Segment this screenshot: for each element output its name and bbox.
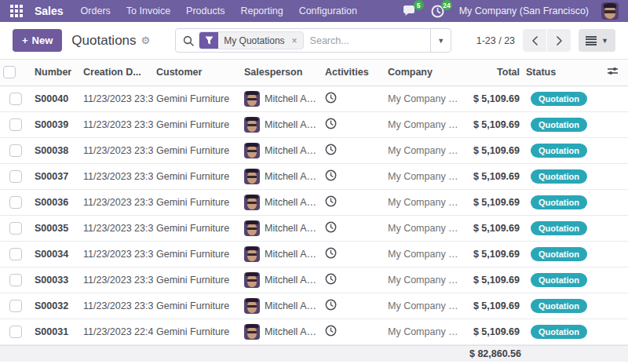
table-row[interactable]: S00039 11/23/2023 23:34:1 Gemini Furnitu… (0, 111, 628, 137)
row-creation-date: 11/23/2023 23:34:0 (80, 163, 153, 189)
row-salesperson: Mitchell Ad... (265, 300, 319, 311)
salesperson-avatar (244, 117, 260, 133)
messages-count-badge: 5 (414, 0, 424, 10)
row-company: My Company (S... (385, 137, 463, 163)
user-avatar[interactable] (601, 2, 619, 20)
activity-clock-icon[interactable] (325, 118, 337, 129)
activity-clock-icon[interactable] (325, 221, 337, 233)
row-checkbox[interactable] (9, 274, 22, 286)
activities-button[interactable]: 24 (431, 4, 447, 18)
activity-clock-icon[interactable] (325, 247, 337, 259)
activity-clock-icon[interactable] (325, 92, 337, 104)
facet-close-icon[interactable]: × (290, 32, 303, 49)
row-number: S00032 (31, 293, 80, 318)
header-salesperson[interactable]: Salesperson (241, 60, 322, 86)
row-creation-date: 11/23/2023 23:34:0 (80, 267, 153, 293)
row-creation-date: 11/23/2023 23:34:0 (80, 215, 153, 241)
row-number: S00034 (31, 241, 80, 267)
activity-clock-icon[interactable] (325, 195, 337, 207)
row-company: My Company (S... (385, 86, 463, 111)
row-creation-date: 11/23/2023 23:34:0 (80, 293, 153, 318)
new-button-label: New (32, 35, 53, 46)
select-all-checkbox[interactable] (3, 66, 16, 78)
status-badge: Quotation (531, 144, 587, 158)
top-navbar: Sales Orders To Invoice Products Reporti… (0, 0, 628, 22)
activity-clock-icon[interactable] (325, 299, 337, 311)
row-total: $ 5,109.69 (463, 189, 523, 215)
gear-icon[interactable]: ⚙ (141, 35, 151, 46)
status-badge: Quotation (531, 325, 587, 339)
row-customer: Gemini Furniture (153, 241, 241, 267)
header-company[interactable]: Company (385, 60, 463, 86)
search-bar[interactable]: My Quotations × ▼ (175, 28, 451, 53)
row-salesperson: Mitchell Ad... (265, 145, 319, 156)
chevron-right-icon (556, 36, 563, 46)
header-total[interactable]: Total (463, 60, 523, 86)
row-number: S00035 (31, 215, 80, 241)
menu-configuration[interactable]: Configuration (291, 0, 365, 22)
table-row[interactable]: S00031 11/23/2023 22:45:4 Gemini Furnitu… (0, 318, 628, 344)
header-number[interactable]: Number (31, 60, 80, 86)
search-facet-my-quotations[interactable]: My Quotations × (199, 31, 303, 49)
header-activities[interactable]: Activities (322, 60, 385, 86)
row-number: S00040 (31, 86, 80, 111)
pager-next-button[interactable] (547, 29, 571, 52)
apps-grid-icon (10, 5, 23, 17)
row-company: My Company (S... (385, 267, 463, 293)
header-creation-date[interactable]: Creation D... (80, 60, 153, 86)
activity-clock-icon[interactable] (325, 144, 337, 155)
table-row[interactable]: S00034 11/23/2023 23:34:0 Gemini Furnitu… (0, 241, 628, 267)
row-checkbox[interactable] (9, 222, 22, 235)
table-row[interactable]: S00035 11/23/2023 23:34:0 Gemini Furnitu… (0, 215, 628, 241)
facet-label: My Quotations (218, 32, 290, 49)
row-customer: Gemini Furniture (153, 137, 241, 163)
row-number: S00038 (31, 137, 80, 163)
row-checkbox[interactable] (9, 300, 22, 312)
status-badge: Quotation (531, 299, 587, 313)
activity-clock-icon[interactable] (325, 325, 337, 337)
view-switcher-button[interactable]: ▼ (579, 29, 615, 52)
row-salesperson: Mitchell Ad... (265, 171, 319, 182)
row-checkbox[interactable] (9, 118, 22, 131)
row-checkbox[interactable] (9, 248, 22, 260)
activity-clock-icon[interactable] (325, 273, 337, 285)
apps-menu-button[interactable] (6, 2, 27, 20)
messages-button[interactable]: 5 (403, 4, 418, 18)
row-total: $ 5,109.69 (463, 86, 523, 111)
table-row[interactable]: S00032 11/23/2023 23:34:0 Gemini Furnitu… (0, 293, 628, 318)
row-total: $ 5,109.69 (463, 318, 523, 344)
pager-previous-button[interactable] (523, 29, 546, 52)
row-checkbox[interactable] (9, 144, 22, 157)
optional-columns-icon[interactable] (607, 66, 619, 76)
filter-funnel-icon (199, 32, 218, 49)
table-row[interactable]: S00037 11/23/2023 23:34:0 Gemini Furnitu… (0, 163, 628, 189)
row-customer: Gemini Furniture (153, 111, 241, 137)
app-name[interactable]: Sales (31, 5, 73, 17)
table-row[interactable]: S00040 11/23/2023 23:34:1 Gemini Furnitu… (0, 86, 628, 111)
menu-reporting[interactable]: Reporting (232, 0, 290, 22)
table-row[interactable]: S00033 11/23/2023 23:34:0 Gemini Furnitu… (0, 267, 628, 293)
activity-clock-icon[interactable] (325, 169, 337, 181)
row-salesperson: Mitchell Ad... (265, 326, 319, 337)
row-checkbox[interactable] (9, 170, 22, 183)
header-status[interactable]: Status (523, 60, 595, 86)
search-input[interactable] (304, 35, 431, 46)
menu-orders[interactable]: Orders (73, 0, 119, 22)
new-button[interactable]: +New (13, 29, 62, 52)
row-total: $ 5,109.69 (463, 111, 523, 137)
control-panel: +New Quotations ⚙ My Quotations × ▼ 1-23… (0, 22, 628, 60)
row-checkbox[interactable] (9, 196, 22, 209)
row-checkbox[interactable] (9, 93, 22, 105)
status-badge: Quotation (531, 221, 587, 235)
row-salesperson: Mitchell Ad... (265, 223, 319, 234)
table-row[interactable]: S00038 11/23/2023 23:34:1 Gemini Furnitu… (0, 137, 628, 163)
menu-products[interactable]: Products (178, 0, 232, 22)
salesperson-avatar (244, 220, 260, 236)
table-row[interactable]: S00036 11/23/2023 23:34:0 Gemini Furnitu… (0, 189, 628, 215)
row-company: My Company (S... (385, 318, 463, 344)
header-customer[interactable]: Customer (153, 60, 241, 86)
row-checkbox[interactable] (9, 326, 22, 338)
company-switcher[interactable]: My Company (San Francisco) (459, 5, 589, 16)
menu-to-invoice[interactable]: To Invoice (119, 0, 178, 22)
search-dropdown-caret[interactable]: ▼ (430, 29, 451, 52)
